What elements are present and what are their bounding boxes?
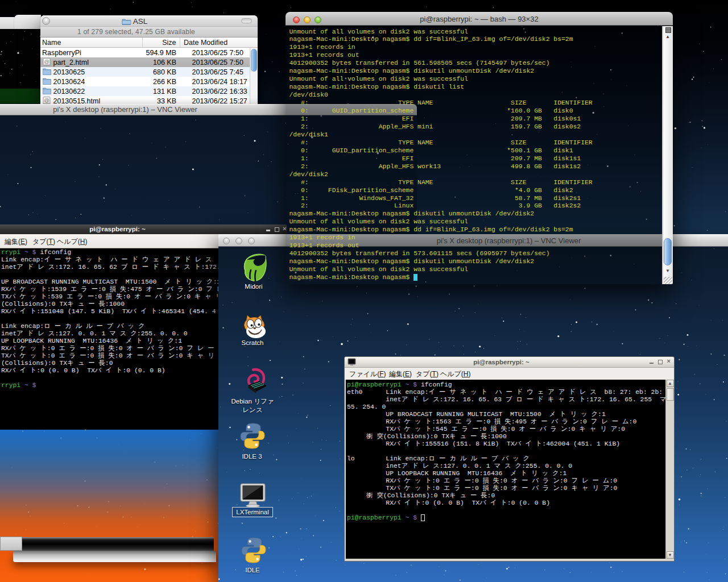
- svg-text:@: @: [44, 98, 49, 103]
- svg-text:@: @: [44, 59, 49, 65]
